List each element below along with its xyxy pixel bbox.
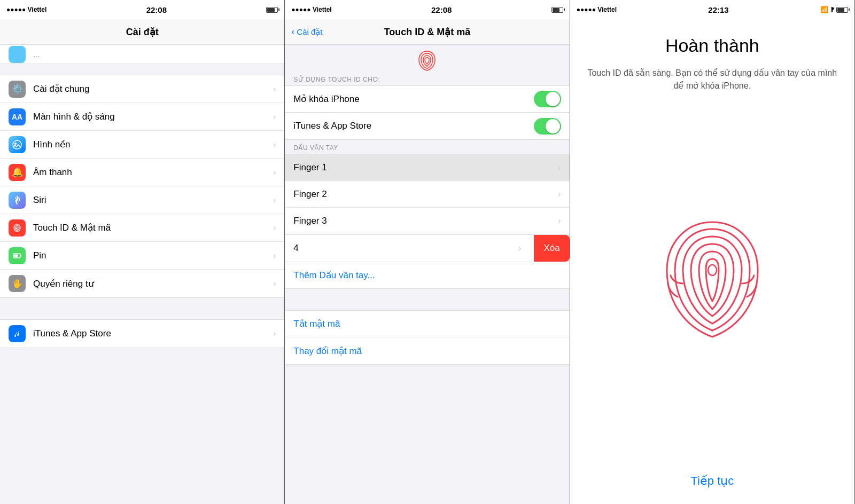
settings-item-display[interactable]: AA Màn hình & độ sáng ›	[0, 103, 284, 131]
battery-icon	[9, 247, 26, 264]
large-fingerprint-container	[643, 108, 782, 469]
partial-label: ...	[33, 50, 40, 59]
finger-1-item[interactable]: Finger 1 ›	[285, 154, 569, 181]
toggle-itunes-label: iTunes & App Store	[293, 121, 371, 131]
settings-section-itunes: iTunes & App Store ›	[0, 319, 284, 348]
toggle-unlock: Mở khóa iPhone	[285, 86, 569, 113]
time-1: 22:08	[146, 5, 167, 14]
battery-icon-3	[836, 7, 848, 13]
touchid-chevron: ›	[273, 223, 276, 233]
battery-chevron: ›	[273, 251, 276, 261]
status-bar-2: ●●●●● Viettel 22:08	[285, 0, 569, 19]
sound-chevron: ›	[273, 168, 276, 177]
finger-3-chevron: ›	[558, 216, 561, 226]
back-label-2: Cài đặt	[297, 27, 322, 37]
settings-item-touchid[interactable]: Touch ID & Mật mã ›	[0, 214, 284, 242]
settings-item-itunes[interactable]: iTunes & App Store ›	[0, 320, 284, 348]
svg-point-6	[708, 265, 717, 275]
nav-title-2: Touch ID & Mật mã	[384, 26, 471, 38]
delete-button[interactable]: Xóa	[534, 235, 569, 262]
large-fingerprint-svg	[643, 214, 782, 364]
settings-item-siri[interactable]: Siri ›	[0, 186, 284, 214]
nav-bar-2: ‹ Cài đặt Touch ID & Mật mã	[285, 19, 569, 45]
battery-icon-1	[266, 7, 278, 13]
status-bar-1: ●●●●● Viettel 22:08	[0, 0, 284, 19]
touchid-label: Touch ID & Mật mã	[33, 222, 273, 233]
partial-icon	[9, 46, 26, 63]
svg-rect-3	[20, 255, 21, 256]
status-icons-1	[266, 7, 278, 13]
nav-bar-1: Cài đặt	[0, 19, 284, 45]
siri-chevron: ›	[273, 195, 276, 205]
general-label: Cài đặt chung	[33, 83, 273, 94]
display-icon: AA	[9, 108, 26, 125]
change-passcode-item[interactable]: Thay đổi mật mã	[285, 337, 569, 364]
status-icons-3: 📶 ⁋	[820, 6, 848, 13]
itunes-chevron: ›	[273, 329, 276, 338]
privacy-icon: ✋	[9, 275, 26, 292]
wallpaper-chevron: ›	[273, 140, 276, 149]
finger-1-label: Finger 1	[293, 162, 558, 173]
privacy-chevron: ›	[273, 279, 276, 288]
partial-item: ...	[0, 45, 284, 64]
turnoff-passcode-item[interactable]: Tắt mật mã	[285, 311, 569, 337]
sound-icon: 🔔	[9, 164, 26, 181]
finger-3-label: Finger 3	[293, 216, 558, 226]
bt-icon: ⁋	[830, 6, 834, 13]
back-button-2[interactable]: ‹ Cài đặt	[291, 26, 322, 37]
wallpaper-icon	[9, 136, 26, 153]
panel-touchid: ●●●●● Viettel 22:08 ‹ Cài đặt Touch ID &…	[285, 0, 570, 504]
carrier-3: ●●●●● Viettel	[577, 6, 617, 13]
continue-button[interactable]: Tiếp tục	[690, 469, 734, 493]
svg-rect-4	[14, 254, 18, 257]
completion-description: Touch ID đã sẵn sàng. Bạn có thể sử dụng…	[586, 67, 838, 92]
settings-item-sound[interactable]: 🔔 Âm thanh ›	[0, 159, 284, 186]
svg-point-1	[14, 143, 17, 145]
finger-2-item[interactable]: Finger 2 ›	[285, 181, 569, 208]
status-icons-2	[551, 7, 563, 13]
finger-4-label: 4	[293, 243, 518, 254]
section-header-touchid: SỬ DỤNG TOUCH ID CHO:	[285, 72, 569, 85]
finger-4-item[interactable]: 4 ›	[285, 235, 530, 262]
itunes-label: iTunes & App Store	[33, 328, 273, 339]
settings-item-wallpaper[interactable]: Hình nền ›	[0, 131, 284, 159]
finger-4-chevron: ›	[518, 243, 521, 253]
settings-item-battery[interactable]: Pin ›	[0, 242, 284, 270]
finger-2-chevron: ›	[558, 190, 561, 199]
status-bar-3: ●●●●● Viettel 22:13 📶 ⁋	[570, 0, 854, 19]
toggle-itunes-switch[interactable]	[534, 118, 561, 135]
settings-item-privacy[interactable]: ✋ Quyền riêng tư ›	[0, 270, 284, 297]
itunes-icon	[9, 325, 26, 342]
toggle-section: Mở khóa iPhone iTunes & App Store	[285, 85, 569, 140]
privacy-label: Quyền riêng tư	[33, 278, 273, 289]
sound-label: Âm thanh	[33, 167, 273, 178]
siri-label: Siri	[33, 195, 273, 206]
carrier-1: ●●●●● Viettel	[6, 6, 46, 13]
completion-title: Hoàn thành	[665, 35, 759, 56]
back-chevron-2: ‹	[291, 26, 294, 37]
section-header-fingerprints: DẤU VÂN TAY	[285, 140, 569, 154]
delete-label: Xóa	[543, 243, 559, 254]
time-2: 22:08	[431, 5, 452, 14]
general-chevron: ›	[273, 84, 276, 94]
add-fingerprint-item[interactable]: Thêm Dấu vân tay...	[285, 262, 569, 288]
turnoff-passcode-label: Tắt mật mã	[293, 318, 340, 329]
toggle-unlock-switch[interactable]	[534, 91, 561, 107]
wallpaper-label: Hình nền	[33, 139, 273, 150]
fp-top-svg	[414, 50, 440, 72]
toggle-itunes: iTunes & App Store	[285, 113, 569, 139]
add-fingerprint-label: Thêm Dấu vân tay...	[293, 270, 375, 281]
display-label: Màn hình & độ sáng	[33, 111, 273, 122]
svg-point-0	[13, 140, 21, 149]
spacer-2	[285, 289, 569, 300]
settings-item-general[interactable]: ⚙️ Cài đặt chung ›	[0, 75, 284, 103]
toggle-unlock-label: Mở khóa iPhone	[293, 93, 359, 105]
panel-completion: ●●●●● Viettel 22:13 📶 ⁋ Hoàn thành Touch…	[570, 0, 855, 504]
carrier-2: ●●●●● Viettel	[291, 6, 331, 13]
finger-3-item[interactable]: Finger 3 ›	[285, 208, 569, 234]
completion-content: Hoàn thành Touch ID đã sẵn sàng. Bạn có …	[570, 19, 854, 504]
battery-label: Pin	[33, 250, 273, 261]
svg-rect-5	[12, 328, 22, 339]
wifi-icon: 📶	[820, 6, 828, 13]
finger-2-label: Finger 2	[293, 189, 558, 200]
